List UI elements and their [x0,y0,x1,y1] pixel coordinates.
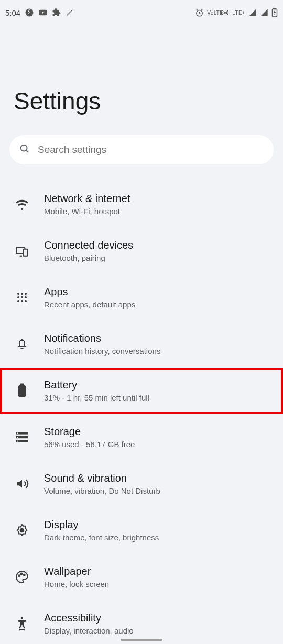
item-title: Notifications [44,331,160,345]
item-display[interactable]: Display Dark theme, font size, brightnes… [0,507,283,554]
svg-point-25 [17,440,18,441]
svg-rect-33 [24,629,25,631]
svg-point-15 [17,300,19,302]
svg-point-29 [24,574,25,575]
svg-rect-8 [23,249,28,256]
page-title: Settings [0,25,283,131]
svg-point-3 [224,12,226,14]
svg-point-16 [21,300,23,302]
svg-rect-5 [274,8,276,9]
item-subtitle: Home, lock screen [44,579,109,589]
accessibility-icon [15,616,29,631]
devices-icon [15,244,29,258]
item-title: Display [44,518,159,531]
sound-icon [15,477,29,491]
item-title: Network & internet [44,192,130,205]
item-storage[interactable]: Storage 56% used - 56.17 GB free [0,414,283,461]
svg-point-26 [20,528,24,532]
shazam-icon [25,8,34,17]
status-right: VoLTE LTE+ [195,8,278,17]
item-title: Wallpaper [44,564,109,578]
item-subtitle: 56% used - 56.17 GB free [44,439,135,449]
item-subtitle: Dark theme, font size, brightness [44,532,159,542]
bell-icon [15,338,29,350]
storage-icon [15,431,29,443]
svg-rect-32 [19,629,20,631]
item-wallpaper[interactable]: Wallpaper Home, lock screen [0,554,283,601]
status-left: 5:04 [5,8,74,17]
svg-point-12 [17,296,19,298]
item-subtitle: Volume, vibration, Do Not Disturb [44,486,160,496]
lte-indicator: LTE+ [232,10,245,16]
search-icon [19,143,30,157]
svg-rect-31 [19,629,25,630]
item-subtitle: 31% - 1 hr, 55 min left until full [44,393,149,403]
svg-point-17 [25,300,27,302]
svg-point-30 [21,617,24,619]
battery-icon [15,383,29,398]
item-title: Sound & vibration [44,471,160,485]
status-time: 5:04 [5,8,20,17]
search-box[interactable] [9,135,274,164]
item-subtitle: Mobile, Wi-Fi, hotspot [44,206,130,216]
item-connected-devices[interactable]: Connected devices Bluetooth, pairing [0,228,283,274]
apps-icon [15,291,29,304]
svg-rect-18 [18,385,26,397]
item-subtitle: Notification history, conversations [44,346,160,356]
search-input[interactable] [38,144,264,156]
svg-point-27 [18,575,20,576]
battery-status-icon [271,8,278,17]
item-title: Accessibility [44,611,134,625]
svg-point-11 [25,293,27,295]
alarm-icon [195,8,204,17]
svg-point-24 [17,436,18,437]
home-indicator[interactable] [121,639,162,641]
item-title: Storage [44,425,135,438]
item-title: Battery [44,378,149,392]
svg-point-13 [21,296,23,298]
puzzle-icon [52,8,61,17]
brightness-icon [15,524,29,537]
item-subtitle: Recent apps, default apps [44,299,135,309]
svg-point-28 [21,573,23,574]
item-sound[interactable]: Sound & vibration Volume, vibration, Do … [0,461,283,507]
signal-2-icon [260,8,268,17]
item-subtitle: Display, interaction, audio [44,626,134,636]
settings-list: Network & internet Mobile, Wi-Fi, hotspo… [0,181,283,644]
svg-rect-19 [20,383,24,385]
signal-1-icon [248,8,257,17]
svg-point-9 [17,293,19,295]
hotspot-icon [221,8,229,17]
svg-point-23 [17,432,18,434]
svg-point-6 [21,145,27,151]
wifi-icon [15,197,29,211]
item-notifications[interactable]: Notifications Notification history, conv… [0,321,283,368]
item-accessibility[interactable]: Accessibility Display, interaction, audi… [0,601,283,644]
item-battery[interactable]: Battery 31% - 1 hr, 55 min left until fu… [0,368,283,414]
svg-point-14 [25,296,27,298]
volte-indicator: VoLTE [207,10,217,15]
status-bar: 5:04 VoLTE LTE+ [0,0,283,25]
pencil-icon [66,8,74,17]
item-network[interactable]: Network & internet Mobile, Wi-Fi, hotspo… [0,181,283,228]
item-title: Apps [44,285,135,298]
item-apps[interactable]: Apps Recent apps, default apps [0,274,283,321]
item-title: Connected devices [44,238,133,252]
item-subtitle: Bluetooth, pairing [44,253,133,263]
palette-icon [15,570,29,584]
youtube-icon [38,8,48,17]
svg-point-10 [21,293,23,295]
